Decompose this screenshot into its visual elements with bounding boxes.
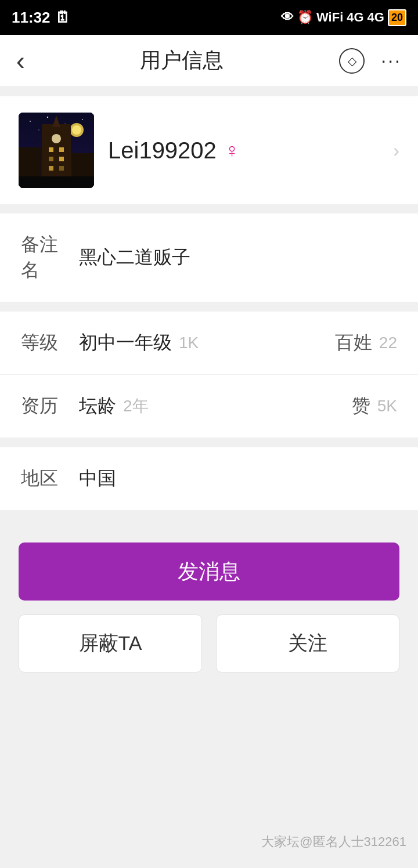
qual-label: 资历 (21, 393, 67, 419)
note-label: 备注名 (21, 232, 67, 283)
like-value: 5K (377, 397, 397, 415)
svg-rect-15 (59, 157, 64, 161)
note-divider (0, 302, 418, 312)
watermark: 大家坛@匿名人士312261 (261, 833, 406, 851)
citizen-label: 百姓 (335, 330, 372, 356)
back-button[interactable]: ‹ (16, 46, 25, 75)
avatar-image (19, 113, 94, 188)
eye-icon: 👁 (281, 10, 294, 25)
time-display: 11:32 (12, 9, 51, 27)
region-row: 地区 中国 (0, 447, 418, 510)
svg-point-6 (38, 129, 39, 131)
forum-age-label: 坛龄 (79, 393, 116, 419)
signal-icon: 4G (347, 10, 363, 25)
info-divider (0, 510, 418, 519)
svg-rect-12 (49, 147, 53, 152)
svg-rect-14 (49, 157, 53, 161)
info-section: 备注名 黑心二道贩子 等级 初中一年级 1K 百姓 22 资历 坛龄 2年 赞 … (0, 214, 418, 510)
svg-rect-13 (59, 147, 64, 152)
actions-section: 发消息 屏蔽TA 关注 (0, 519, 418, 672)
svg-rect-16 (49, 166, 53, 171)
avatar[interactable] (19, 113, 94, 188)
follow-button[interactable]: 关注 (216, 614, 399, 672)
status-time-area: 11:32 🗓 (12, 9, 70, 27)
note-row: 备注名 黑心二道贩子 (0, 214, 418, 302)
svg-point-11 (52, 134, 61, 143)
level-sub: 1K (179, 334, 199, 352)
note-value: 黑心二道贩子 (79, 245, 190, 270)
level-value: 初中一年级 (79, 330, 172, 356)
svg-point-2 (30, 121, 31, 122)
secondary-buttons-row: 屏蔽TA 关注 (19, 614, 399, 672)
level-row: 等级 初中一年级 1K 百姓 22 (0, 312, 418, 375)
battery-display: 20 (388, 9, 406, 26)
status-bar: 11:32 🗓 👁 ⏰ WiFi 4G 4G 20 (0, 0, 418, 35)
signal2-icon: 4G (367, 10, 384, 25)
citizen-value: 22 (379, 334, 397, 352)
top-divider (0, 87, 418, 96)
qual-divider (0, 438, 418, 447)
more-button[interactable]: ··· (381, 50, 402, 71)
profile-left: Lei199202 ♀ (19, 113, 239, 188)
profile-divider (0, 204, 418, 214)
profile-section: Lei199202 ♀ › (0, 96, 418, 204)
message-button[interactable]: 发消息 (19, 542, 399, 601)
username-row: Lei199202 ♀ (108, 138, 239, 164)
svg-point-3 (47, 117, 48, 118)
profile-chevron[interactable]: › (393, 140, 399, 161)
status-icons-area: 👁 ⏰ WiFi 4G 4G 20 (281, 9, 406, 26)
svg-rect-17 (59, 166, 64, 171)
qual-row: 资历 坛龄 2年 赞 5K (0, 375, 418, 438)
svg-rect-20 (19, 176, 94, 188)
like-label: 赞 (352, 393, 370, 419)
gender-icon: ♀ (225, 139, 240, 162)
avatar-svg (19, 113, 94, 188)
page-title: 用户信息 (140, 46, 224, 75)
user-info: Lei199202 ♀ (108, 138, 239, 164)
sim-icon: 🗓 (55, 9, 70, 27)
svg-point-8 (72, 125, 81, 135)
wifi-icon: WiFi (316, 10, 343, 25)
nav-actions: ◇ ··· (339, 48, 402, 74)
diamond-button[interactable]: ◇ (339, 48, 365, 74)
svg-point-5 (82, 119, 83, 120)
level-label: 等级 (21, 330, 67, 356)
diamond-icon: ◇ (348, 54, 356, 68)
block-button[interactable]: 屏蔽TA (19, 614, 202, 672)
like-group: 赞 5K (352, 393, 397, 419)
username: Lei199202 (108, 138, 217, 164)
region-label: 地区 (21, 466, 67, 491)
nav-bar: ‹ 用户信息 ◇ ··· (0, 35, 418, 87)
alarm-icon: ⏰ (297, 10, 313, 25)
region-value: 中国 (79, 466, 116, 491)
citizen-group: 百姓 22 (335, 330, 397, 356)
forum-age-value: 2年 (123, 395, 149, 417)
